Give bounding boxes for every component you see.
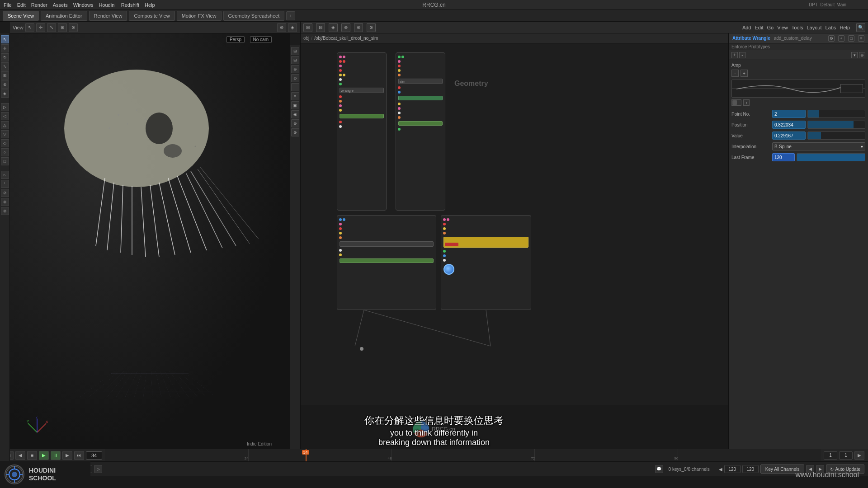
ne-search-icon[interactable]: 🔍 bbox=[856, 23, 865, 32]
viewport-toolbar-btn2[interactable]: ✛ bbox=[36, 23, 45, 32]
dpt-default-label[interactable]: DPT_Default bbox=[809, 2, 835, 7]
value-slider[interactable] bbox=[807, 131, 865, 140]
timeline-ruler[interactable]: 24 48 72 96 34 bbox=[105, 449, 821, 461]
menu-edit[interactable]: Edit bbox=[17, 2, 26, 8]
rt-btn10[interactable]: ⊗ bbox=[291, 128, 299, 136]
last-frame-slider[interactable] bbox=[797, 153, 865, 161]
yellow-node[interactable] bbox=[443, 237, 528, 248]
menu-file[interactable]: File bbox=[4, 2, 12, 8]
tab-animation-editor[interactable]: Animation Editor bbox=[41, 11, 87, 21]
ne-tools[interactable]: Tools bbox=[792, 25, 803, 30]
point-no-slider[interactable] bbox=[807, 110, 865, 118]
green-node2[interactable] bbox=[398, 96, 443, 100]
position-value[interactable]: 0.822034 bbox=[772, 121, 806, 129]
ne-go[interactable]: Go bbox=[767, 25, 774, 30]
point-no-value[interactable]: 2 bbox=[772, 110, 806, 118]
interpolation-dropdown[interactable]: B-Spline ▾ bbox=[772, 142, 865, 150]
transport-play-btn2[interactable]: ▶ bbox=[854, 451, 864, 460]
value-field[interactable]: 0.229167 bbox=[772, 131, 806, 140]
ne-edit[interactable]: Edit bbox=[755, 25, 763, 30]
tool-move[interactable]: ✛ bbox=[1, 44, 9, 52]
viewport-toolbar-btn6[interactable]: ⊛ bbox=[277, 23, 286, 32]
rt-btn1[interactable]: ⊞ bbox=[291, 47, 299, 55]
ne-icon-btn2[interactable]: ⊟ bbox=[316, 23, 325, 32]
rt-btn3[interactable]: ⊕ bbox=[291, 65, 299, 73]
tool-6[interactable]: ◁ bbox=[1, 112, 9, 120]
menu-assets[interactable]: Assets bbox=[53, 2, 68, 8]
amp-graph[interactable] bbox=[731, 80, 865, 98]
auto-update-btn[interactable]: ↻ Auto Update bbox=[826, 465, 864, 474]
transport-skip-fwd[interactable]: ⏭ bbox=[74, 451, 84, 460]
workspace-main-label[interactable]: Main bbox=[836, 2, 846, 7]
node-label-1[interactable]: wrangle bbox=[340, 88, 384, 93]
rt-btn2[interactable]: ⊟ bbox=[291, 56, 299, 64]
menu-redshift[interactable]: Redshift bbox=[121, 2, 139, 8]
tool-15[interactable]: ⊛ bbox=[1, 207, 9, 215]
tool-3[interactable]: ⊗ bbox=[1, 80, 9, 89]
props-settings-icon[interactable]: ≡ bbox=[858, 35, 864, 42]
node-label-2[interactable]: sim bbox=[398, 79, 443, 84]
ne-scene-path[interactable]: /obj/Bobcat_skull_drool_no_sim bbox=[314, 36, 378, 41]
props-plus-icon[interactable]: + bbox=[838, 35, 844, 42]
ne-labs[interactable]: Labs bbox=[826, 25, 836, 30]
last-frame-value[interactable]: 120 bbox=[772, 153, 795, 161]
ne-add[interactable]: Add bbox=[742, 25, 751, 30]
rt-btn7[interactable]: ▣ bbox=[291, 101, 299, 109]
props-gear-icon[interactable]: ⚙ bbox=[828, 35, 835, 42]
tool-4[interactable]: ◈ bbox=[1, 89, 9, 98]
ne-icon-btn1[interactable]: ⊞ bbox=[303, 23, 312, 32]
tool-snap[interactable]: ⊾ bbox=[1, 171, 9, 179]
tab-scene-view[interactable]: Scene View bbox=[3, 11, 39, 21]
menu-help[interactable]: Help bbox=[145, 2, 155, 8]
ne-icon-btn3[interactable]: ◈ bbox=[329, 23, 338, 32]
amp-graph-value[interactable] bbox=[840, 84, 863, 93]
viewport-toolbar-btn4[interactable]: ⊞ bbox=[58, 23, 67, 32]
tab-render-view[interactable]: Render View bbox=[89, 11, 127, 21]
tool-rotate[interactable]: ↻ bbox=[1, 53, 9, 61]
prev-key-btn[interactable]: ◀ bbox=[806, 465, 814, 473]
green-node3[interactable] bbox=[398, 121, 443, 126]
green-node4[interactable] bbox=[340, 258, 434, 263]
props-toggle-btn[interactable]: ▾ bbox=[851, 52, 858, 58]
viewport-toolbar-btn5[interactable]: ⊗ bbox=[69, 23, 78, 32]
transport-play-reverse[interactable]: ⏸ bbox=[51, 451, 61, 460]
ne-help[interactable]: Help bbox=[840, 25, 850, 30]
props-add-btn[interactable]: + bbox=[731, 52, 738, 58]
viewport-3d[interactable]: Persp No cam bbox=[10, 33, 290, 449]
rt-btn8[interactable]: ◉ bbox=[291, 110, 299, 118]
tool-8[interactable]: ▽ bbox=[1, 130, 9, 138]
menu-render[interactable]: Render bbox=[31, 2, 47, 8]
tool-scale[interactable]: ⤡ bbox=[1, 62, 9, 70]
frame-end-input[interactable]: 1 bbox=[839, 451, 853, 460]
frame-start-input[interactable]: 1 bbox=[824, 451, 837, 460]
ne-icon-btn5[interactable]: ⊛ bbox=[354, 23, 363, 32]
tool-select[interactable]: ↖ bbox=[1, 35, 9, 43]
amp-spline-btn[interactable]: ⋮ bbox=[743, 99, 750, 106]
position-slider[interactable] bbox=[807, 121, 865, 129]
amp-minus-btn[interactable]: - bbox=[731, 70, 739, 77]
tool-10[interactable]: ○ bbox=[1, 148, 9, 156]
tool-12[interactable]: ⋮ bbox=[1, 180, 9, 188]
ne-obj-label[interactable]: obj bbox=[303, 36, 309, 41]
viewport-toolbar-btn3[interactable]: ⤡ bbox=[47, 23, 56, 32]
tool-13[interactable]: ⊘ bbox=[1, 189, 9, 197]
next-key-btn[interactable]: ▶ bbox=[816, 465, 824, 473]
rt-btn6[interactable]: ≡ bbox=[291, 92, 299, 100]
props-window-icon[interactable]: □ bbox=[848, 35, 854, 42]
props-minus-btn[interactable]: - bbox=[739, 52, 745, 58]
tool-11[interactable]: □ bbox=[1, 157, 9, 165]
ne-layout[interactable]: Layout bbox=[807, 25, 821, 30]
menu-houdini[interactable]: Houdini bbox=[99, 2, 115, 8]
key-all-channels-btn[interactable]: Key All Channels bbox=[760, 465, 805, 474]
tool-7[interactable]: △ bbox=[1, 121, 9, 129]
ne-view[interactable]: View bbox=[777, 25, 788, 30]
menu-windows[interactable]: Windows bbox=[73, 2, 94, 8]
tool-9[interactable]: ◇ bbox=[1, 139, 9, 147]
tab-motion-fx-view[interactable]: Motion FX View bbox=[177, 11, 222, 21]
chat-icon[interactable]: 💬 bbox=[655, 465, 663, 473]
persp-badge[interactable]: Persp bbox=[226, 36, 245, 43]
transport-play[interactable]: ▶ bbox=[39, 451, 49, 460]
tab-geometry-spreadsheet[interactable]: Geometry Spreadsheet bbox=[223, 11, 285, 21]
tab-add-button[interactable]: + bbox=[286, 11, 295, 20]
ne-icon-btn4[interactable]: ⊕ bbox=[341, 23, 350, 32]
